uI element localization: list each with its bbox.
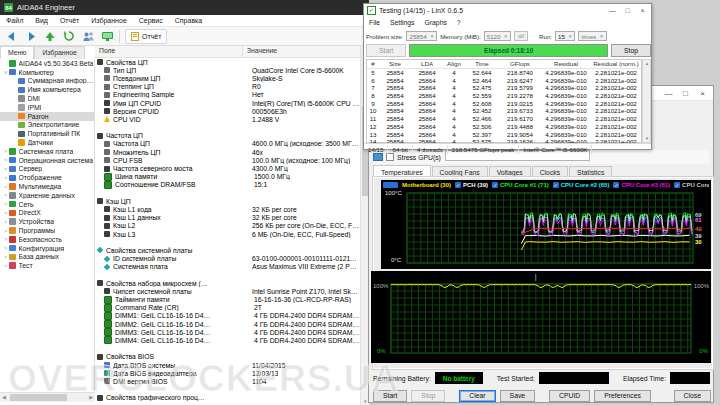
tree-item[interactable]: >DirectX [0, 209, 94, 218]
property-row[interactable]: Версия CPUID000506E3h [95, 107, 360, 115]
property-row[interactable]: Кэш L36 МБ (On-Die, ECC, Full-Speed) [95, 230, 360, 238]
table-row[interactable]: 92585425864452.608219.02154.296839e-0102… [367, 99, 641, 107]
tree-item[interactable]: AIDA64 v5.50.3643 Beta [0, 59, 94, 68]
forward-icon[interactable] [24, 30, 38, 43]
legend-scroll-handle[interactable] [383, 182, 398, 188]
chevron-closed-icon[interactable]: > [2, 263, 9, 269]
table-row[interactable]: 52585425864452.644218.87404.296839e-0102… [367, 69, 641, 77]
report-button[interactable]: Отчёт [125, 29, 167, 44]
maximize-icon[interactable]: □ [677, 86, 694, 100]
chevron-closed-icon[interactable]: > [2, 184, 9, 190]
tree-item[interactable]: Суммарная информация [0, 77, 94, 86]
property-row[interactable]: Системная платаAsus Maximus VIII Extreme… [95, 263, 360, 271]
memory-select[interactable]: 5120▼ [484, 31, 511, 41]
scrollbar-thumb[interactable] [10, 394, 67, 401]
chevron-closed-icon[interactable]: > [2, 175, 9, 181]
tree-item[interactable]: >Сеть [0, 200, 94, 209]
save-button[interactable]: Save [500, 390, 536, 402]
property-row[interactable]: DMI версия BIOS1104 [95, 377, 360, 385]
column-header[interactable]: Size [379, 60, 411, 67]
property-row[interactable]: DIMM1: GeIL CL16-16-16 D4…4 ГБ DDR4-2400… [95, 312, 360, 320]
users-icon[interactable] [81, 30, 95, 43]
chevron-closed-icon[interactable]: > [2, 210, 9, 216]
property-row[interactable]: Кэш L2256 КБ per core (On-Die, ECC, Full… [95, 222, 360, 230]
property-row[interactable]: Свойства графического проц… [95, 394, 360, 402]
chevron-closed-icon[interactable]: > [2, 148, 9, 154]
chevron-closed-icon[interactable]: > [2, 157, 9, 163]
tree-item[interactable]: >Устройства [0, 217, 94, 226]
pane-tab-Избранное[interactable]: Избранное [34, 46, 84, 59]
table-row[interactable]: 82585425864452.559219.22784.296839e-0102… [367, 92, 641, 100]
column-header[interactable]: Align [443, 60, 465, 67]
aida64-titlebar[interactable]: 64 AIDA64 Engineer [0, 0, 369, 15]
clear-button[interactable]: Clear [459, 390, 495, 402]
tree-item[interactable]: >Безопасность [0, 235, 94, 244]
tree-item[interactable]: Имя компьютера [0, 85, 94, 94]
chevron-closed-icon[interactable]: > [2, 201, 9, 207]
chevron-closed-icon[interactable]: > [2, 192, 9, 198]
scroll-down-icon[interactable]: ▼ [644, 136, 650, 141]
back-icon[interactable] [5, 30, 19, 43]
monitor-icon[interactable] [100, 30, 114, 43]
column-header[interactable]: Time [465, 60, 499, 67]
tree-item[interactable]: >Операционная система [0, 156, 94, 165]
property-row[interactable]: DIMM3: GeIL CL16-16-16 D4…4 ГБ DDR4-2400… [95, 328, 360, 336]
table-row[interactable]: 62585425864452.464219.62474.296839e-0102… [367, 76, 641, 84]
property-row[interactable]: Тайминги памяти16-16-16-36 (CL-RCD-RP-RA… [95, 295, 360, 303]
menu-item-Сервис[interactable]: Сервис [133, 17, 169, 24]
table-scrollbar[interactable]: ▲ ▼ [642, 59, 651, 143]
stop-button[interactable]: Stop [611, 44, 651, 57]
tree-item[interactable]: >Отображение [0, 173, 94, 182]
close-button[interactable]: Close [674, 390, 711, 402]
property-row[interactable]: Дата BIOS видеоадаптера12/03/13 [95, 369, 360, 377]
property-row[interactable]: Чипсет системной платыIntel Sunrise Poin… [95, 287, 360, 295]
property-row[interactable]: Свойства набора микросхем (… [95, 279, 360, 287]
column-header[interactable]: # [367, 60, 379, 67]
linx-titlebar[interactable]: ✓ Testing (14/15) - LinX 0.6.5 — □ × [364, 4, 651, 17]
legend-checkbox[interactable]: ✓ [455, 182, 461, 188]
tree-item[interactable]: >Тест [0, 261, 94, 270]
table-row[interactable]: 112585425864452.466219.61704.296839e-010… [367, 115, 641, 123]
linx-menu-Settings[interactable]: Settings [385, 19, 420, 26]
linx-menu-File[interactable]: File [364, 19, 385, 26]
refresh-icon[interactable] [62, 30, 76, 43]
scroll-right-icon[interactable]: ▶ [89, 394, 93, 400]
tree-item[interactable]: IPMI [0, 103, 94, 112]
minimize-icon[interactable]: — [660, 86, 677, 100]
close-icon[interactable]: × [635, 4, 650, 16]
legend-checkbox[interactable]: ✓ [674, 182, 680, 188]
up-icon[interactable] [43, 30, 57, 43]
property-row[interactable]: Кэш L1 данных32 КБ per core [95, 214, 360, 222]
menu-item-Справка[interactable]: Справка [169, 17, 208, 24]
tree-item[interactable]: Электропитание [0, 121, 94, 130]
property-row[interactable]: Тип ЦПQuadCore Intel Core i5-6600K [95, 66, 360, 74]
start-button[interactable]: Start [366, 44, 406, 57]
cpuid-button[interactable]: CPUID [549, 390, 590, 402]
preferences-button[interactable]: Preferences [594, 390, 651, 402]
column-header[interactable]: LDA [411, 60, 443, 67]
chevron-open-icon[interactable]: v [2, 69, 9, 75]
column-header[interactable]: Residual [541, 60, 591, 67]
tree-item[interactable]: >Конфигурация [0, 244, 94, 253]
property-row[interactable]: Свойства ЦП [95, 58, 360, 66]
tree-item[interactable]: DMI [0, 94, 94, 103]
pane-tab-Меню[interactable]: Меню [0, 46, 34, 59]
property-row[interactable]: Имя ЦП CPUIDIntel(R) Core(TM) i5-6600K C… [95, 99, 360, 107]
scroll-down-icon[interactable]: ▼ [363, 399, 367, 404]
menu-item-Файл[interactable]: Файл [0, 17, 29, 24]
chevron-closed-icon[interactable]: > [2, 254, 9, 260]
property-row[interactable]: Шина памяти1500.0 МГц [95, 173, 360, 181]
tree-item[interactable]: >Сервер [0, 165, 94, 174]
close-icon[interactable]: × [694, 86, 711, 100]
property-row[interactable]: Свойства системной платы [95, 246, 360, 254]
property-row[interactable]: Соотношение DRAM/FSB15:1 [95, 181, 360, 189]
property-row[interactable]: Псевдоним ЦПSkylake-S [95, 74, 360, 82]
property-row[interactable]: Частота северного моста4300.0 МГц [95, 164, 360, 172]
tree-item[interactable]: >Программы [0, 226, 94, 235]
property-row[interactable]: Command Rate (CR)2T [95, 304, 360, 312]
property-row[interactable]: Дата BIOS системы11/04/2015 [95, 361, 360, 369]
linx-menu-Graphs[interactable]: Graphs [420, 19, 452, 26]
menu-item-Вид[interactable]: Вид [29, 17, 54, 24]
scroll-left-icon[interactable]: ◀ [2, 394, 6, 400]
chevron-closed-icon[interactable]: > [2, 219, 9, 225]
